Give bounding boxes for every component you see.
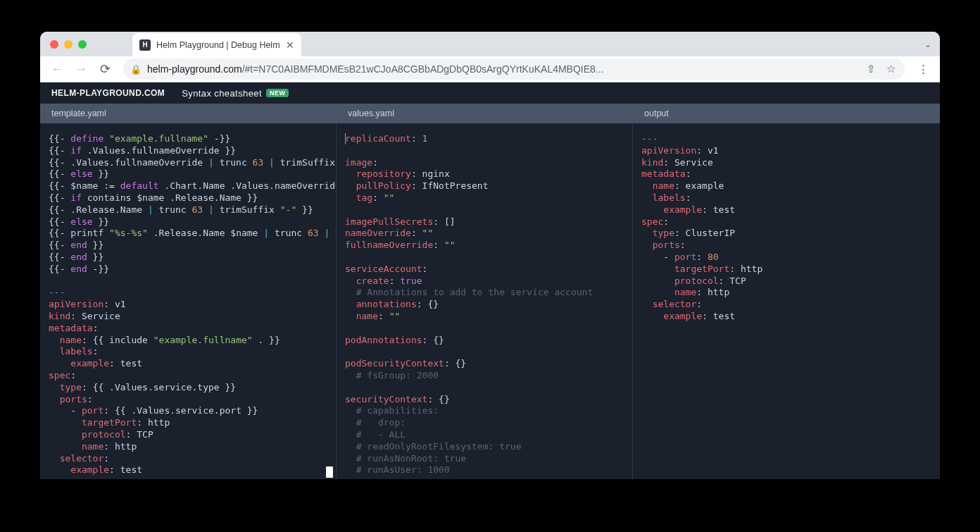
close-tab-button[interactable]: ✕ xyxy=(286,39,294,51)
syntax-cheatsheet-link[interactable]: Syntax cheatsheet NEW xyxy=(182,88,289,99)
values-editor[interactable]: replicaCount: 1 image: repository: nginx… xyxy=(337,123,633,479)
address-bar[interactable]: 🔒 helm-playground.com/#t=N7C0AIBMFMDMEsB… xyxy=(123,58,905,80)
reload-button[interactable]: ⟳ xyxy=(95,59,115,79)
output-code: --- apiVersion: v1 kind: Service metadat… xyxy=(641,133,933,323)
panel-header-template: template.yaml xyxy=(40,104,337,123)
cursor-icon xyxy=(326,466,333,478)
values-code[interactable]: replicaCount: 1 image: repository: nginx… xyxy=(345,133,625,476)
browser-toolbar: ← → ⟳ 🔒 helm-playground.com/#t=N7C0AIBMF… xyxy=(40,56,940,82)
new-badge: NEW xyxy=(266,89,289,97)
panel-header-output: output xyxy=(633,104,940,123)
browser-tab[interactable]: H Helm Playground | Debug Helm ✕ xyxy=(132,33,301,56)
template-editor[interactable]: {{- define "example.fullname" -}} {{- if… xyxy=(40,123,337,479)
share-button[interactable]: ⇧ xyxy=(864,63,878,75)
browser-menu-button[interactable]: ⋮ xyxy=(913,62,933,77)
bookmark-button[interactable]: ☆ xyxy=(884,63,898,75)
lock-icon: 🔒 xyxy=(130,64,142,75)
back-button[interactable]: ← xyxy=(47,59,67,79)
minimize-window-button[interactable] xyxy=(64,40,73,49)
tab-bar: H Helm Playground | Debug Helm ✕ ⌄ xyxy=(40,32,940,56)
close-window-button[interactable] xyxy=(50,40,58,49)
editors-container: {{- define "example.fullname" -}} {{- if… xyxy=(40,123,940,479)
browser-window: H Helm Playground | Debug Helm ✕ ⌄ ← → ⟳… xyxy=(40,32,940,479)
window-controls xyxy=(50,40,87,49)
template-code[interactable]: {{- define "example.fullname" -}} {{- if… xyxy=(49,133,329,476)
forward-button[interactable]: → xyxy=(71,59,91,79)
tab-dropdown-button[interactable]: ⌄ xyxy=(924,39,931,49)
app-header: HELM-PLAYGROUND.COM Syntax cheatsheet NE… xyxy=(40,82,940,104)
maximize-window-button[interactable] xyxy=(78,40,87,49)
url-text: helm-playground.com/#t=N7C0AIBMFMDMEsB21… xyxy=(147,63,858,75)
panels-header: template.yaml values.yaml output xyxy=(40,104,940,123)
helm-playground-app: HELM-PLAYGROUND.COM Syntax cheatsheet NE… xyxy=(40,82,940,479)
cursor-icon xyxy=(345,133,346,144)
favicon-icon: H xyxy=(139,39,151,51)
panel-header-values: values.yaml xyxy=(337,104,633,123)
app-brand[interactable]: HELM-PLAYGROUND.COM xyxy=(51,88,165,98)
tab-title: Helm Playground | Debug Helm xyxy=(156,40,280,50)
cheatsheet-label: Syntax cheatsheet xyxy=(182,88,262,99)
output-panel: --- apiVersion: v1 kind: Service metadat… xyxy=(633,123,940,479)
